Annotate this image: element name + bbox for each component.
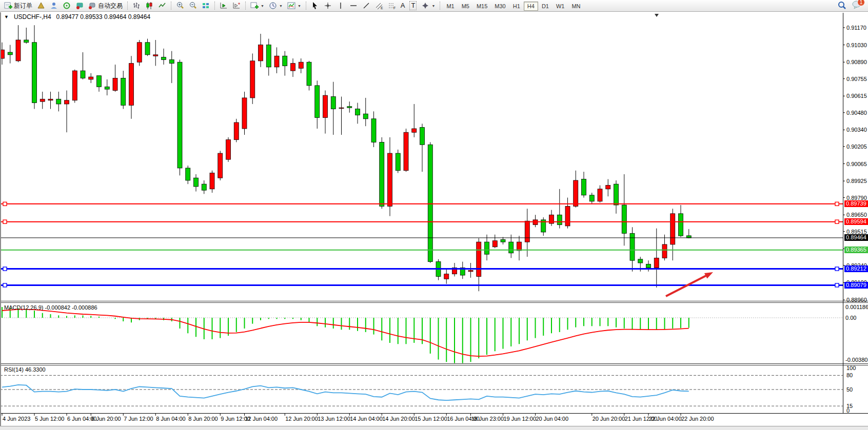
chart-shift-button[interactable]	[230, 1, 243, 11]
vertical-line-tool-button[interactable]	[334, 1, 347, 11]
candle	[501, 239, 505, 242]
search-icon[interactable]	[837, 1, 846, 10]
hline-price-tag[interactable]: 0.89464	[844, 234, 868, 241]
trendline-tool-button[interactable]	[360, 1, 372, 11]
candle	[638, 259, 643, 263]
candle	[670, 214, 675, 244]
candle	[686, 236, 691, 238]
candle	[630, 233, 635, 260]
timeframe-mn-button[interactable]: MN	[568, 2, 584, 11]
chart-title-caret-icon[interactable]: ▼	[4, 14, 9, 19]
horizontal-line-tool-button[interactable]	[347, 1, 360, 11]
new-order-button[interactable]: 新订单	[2, 1, 34, 11]
window-bottom-edge	[0, 426, 868, 430]
equidistant-channel-tool-button[interactable]: E	[373, 1, 385, 11]
timeframe-m15-button[interactable]: M15	[473, 2, 491, 11]
line-handle[interactable]	[835, 267, 839, 271]
zoom-out-button[interactable]	[187, 1, 199, 11]
chat-button[interactable]: 1	[852, 1, 862, 11]
candlestick-chart-button[interactable]	[143, 1, 155, 11]
line-handle[interactable]	[3, 202, 7, 206]
rsi-axis-label: 80	[846, 372, 853, 378]
line-handle[interactable]	[3, 220, 7, 223]
text-label-tool-button[interactable]: T	[407, 1, 419, 11]
text-tool-button[interactable]: A	[399, 1, 407, 11]
fibonacci-tool-button[interactable]: F	[386, 1, 398, 11]
candle	[234, 122, 239, 140]
candle	[468, 270, 473, 271]
hline-price-tag[interactable]: 0.89365	[844, 247, 868, 253]
candle	[614, 184, 619, 205]
toolbar-separator	[306, 2, 306, 10]
line-handle[interactable]	[835, 202, 839, 206]
timeframe-m1-button[interactable]: M1	[443, 2, 458, 11]
price-tick-label: 0.90065	[846, 161, 867, 167]
price-tick-label: 0.89925	[846, 178, 867, 184]
market-watch-button[interactable]	[48, 1, 60, 11]
candle	[323, 95, 328, 117]
candle	[428, 145, 432, 261]
bar-chart-button[interactable]	[130, 1, 143, 11]
main-toolbar: 新订单 自动交易 ▼ ▼ ▼ E F A T ▼ M1M5M15M30H1H4D…	[0, 0, 868, 12]
crosshair-tool-button[interactable]	[322, 1, 334, 11]
timeframe-m5-button[interactable]: M5	[458, 2, 473, 11]
new-chart-button[interactable]: ▼	[248, 1, 266, 11]
hline-price-tag[interactable]: 0.89594	[844, 218, 868, 225]
timeframe-w1-button[interactable]: W1	[553, 2, 568, 11]
periods-button[interactable]: ▼	[267, 1, 285, 11]
candle	[517, 242, 522, 251]
hline-price-tag[interactable]: 0.89739	[844, 200, 868, 207]
candle	[56, 99, 61, 104]
candle	[299, 62, 303, 68]
candle	[492, 241, 497, 247]
indicators-button[interactable]: ▼	[285, 1, 303, 11]
candle	[24, 40, 29, 43]
candle	[242, 98, 247, 129]
arrows-tool-button[interactable]: ▼	[419, 1, 437, 11]
line-handle[interactable]	[3, 283, 7, 287]
candle	[606, 186, 610, 189]
toolbar-right: 1	[837, 1, 866, 11]
zoom-in-button[interactable]	[174, 1, 186, 11]
auto-trading-icon	[88, 2, 96, 10]
candle	[380, 142, 384, 206]
auto-scroll-button[interactable]	[218, 1, 230, 11]
chevron-down-icon: ▼	[261, 4, 264, 8]
line-chart-button[interactable]	[156, 1, 168, 11]
candle	[420, 128, 425, 145]
chevron-down-icon: ▼	[279, 4, 283, 8]
new-order-icon	[4, 2, 12, 10]
candle	[444, 274, 449, 279]
candle	[89, 77, 93, 79]
price-tick-label: 0.90340	[846, 127, 867, 133]
line-handle[interactable]	[835, 220, 839, 223]
bar-chart-icon	[132, 2, 141, 10]
candle	[121, 78, 126, 105]
candle	[177, 62, 182, 168]
candle	[186, 168, 190, 180]
candle	[347, 107, 352, 108]
price-chart[interactable]: 0.911700.910300.908900.907550.906150.904…	[0, 0, 868, 430]
cursor-tool-button[interactable]	[309, 1, 321, 11]
candle	[477, 242, 481, 276]
toolbar-separator	[171, 2, 171, 10]
timeframe-h4-button[interactable]: H4	[524, 2, 538, 11]
timeframe-d1-button[interactable]: D1	[538, 2, 553, 11]
hline-price-tag[interactable]: 0.89079	[844, 282, 868, 289]
line-handle[interactable]	[3, 267, 7, 271]
timeframe-h1-button[interactable]: H1	[509, 2, 524, 11]
macd-axis-label: 0.001186	[845, 304, 868, 310]
candle	[259, 45, 263, 61]
candle	[210, 173, 214, 189]
chart-title-bar[interactable]: ▼ USDCHF-,H4 0.89477 0.89533 0.89464 0.8…	[4, 13, 150, 21]
tile-windows-icon	[202, 2, 210, 10]
auto-trading-button[interactable]: 自动交易	[86, 1, 125, 11]
hline-price-tag[interactable]: 0.89212	[844, 265, 868, 272]
profiles-button[interactable]	[35, 1, 47, 11]
tile-windows-button[interactable]	[200, 1, 212, 11]
terminal-button[interactable]	[73, 1, 86, 11]
navigator-button[interactable]	[61, 1, 73, 11]
candle	[315, 86, 320, 117]
timeframe-m30-button[interactable]: M30	[491, 2, 509, 11]
line-handle[interactable]	[835, 283, 839, 287]
